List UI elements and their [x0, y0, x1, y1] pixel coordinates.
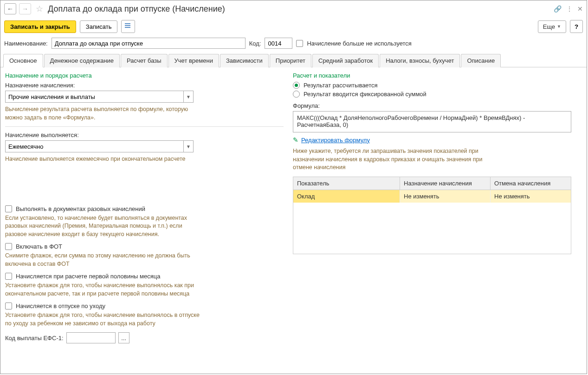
code-input[interactable]	[265, 38, 292, 49]
save-and-close-button[interactable]: Записать и закрыть	[4, 20, 76, 33]
tab-money[interactable]: Денежное содержание	[44, 54, 120, 67]
section-calc: Расчет и показатели	[293, 72, 582, 79]
tab-time[interactable]: Учет времени	[168, 54, 219, 67]
exec-dropdown[interactable]	[5, 140, 183, 152]
cb-leave-label: Начисляется в отпуске по уходу	[16, 303, 105, 309]
indicators-table: Показатель Назначение начисления Отмена …	[293, 177, 571, 254]
cell-indicator: Оклад	[293, 190, 400, 203]
list-button[interactable]	[121, 20, 135, 33]
cb-fot-hint: Снимите флажок, если сумма по этому начи…	[5, 252, 200, 268]
formula-box[interactable]: МАКС(((Оклад * ДоляНеполногоРабочегоВрем…	[293, 111, 571, 132]
efs-picker-button[interactable]: ...	[118, 332, 129, 343]
purpose-dropdown-btn[interactable]: ▼	[183, 91, 194, 103]
cb-onetime[interactable]	[5, 205, 12, 212]
exec-label: Начисление выполняется:	[5, 132, 284, 138]
cb-firsthalf-hint: Установите флажок для того, чтобы начисл…	[5, 282, 200, 298]
th-cancel[interactable]: Отмена начисления	[491, 177, 571, 190]
th-assign[interactable]: Назначение начисления	[400, 177, 491, 190]
cell-cancel: Не изменять	[491, 190, 571, 203]
tab-main[interactable]: Основное	[3, 54, 43, 67]
back-button[interactable]: ←	[4, 3, 16, 14]
cb-leave[interactable]	[5, 303, 12, 309]
tab-tax[interactable]: Налоги, взносы, бухучет	[380, 54, 460, 67]
favorite-icon[interactable]: ☆	[36, 4, 43, 14]
cb-fot-label: Включать в ФОТ	[16, 243, 62, 250]
name-label: Наименование:	[4, 40, 48, 47]
radio-calculated[interactable]	[293, 82, 300, 89]
window-title: Доплата до оклада при отпуске (Начислени…	[48, 4, 551, 14]
table-hint: Ниже укажите, требуется ли запрашивать з…	[293, 147, 488, 172]
purpose-label: Назначение начисления:	[5, 82, 284, 89]
section-purpose: Назначение и порядок расчета	[5, 72, 284, 79]
purpose-hint: Вычисление результата расчета выполняетс…	[5, 105, 191, 122]
radio-fixed-label: Результат вводится фиксированной суммой	[304, 91, 426, 98]
efs-label: Код выплаты ЕФС-1:	[5, 335, 64, 342]
exec-dropdown-btn[interactable]: ▼	[183, 140, 194, 152]
forward-button[interactable]: →	[19, 3, 31, 14]
save-button[interactable]: Записать	[80, 20, 118, 33]
cb-onetime-label: Выполнять в документах разовых начислени…	[16, 205, 145, 212]
pencil-icon: ✎	[293, 136, 298, 144]
menu-icon[interactable]: ⋮	[566, 5, 573, 13]
tab-deps[interactable]: Зависимости	[220, 54, 269, 67]
name-input[interactable]	[52, 38, 246, 49]
formula-label: Формула:	[293, 102, 582, 109]
cb-firsthalf[interactable]	[5, 273, 12, 280]
link-icon[interactable]: 🔗	[554, 5, 562, 13]
tab-priority[interactable]: Приоритет	[270, 54, 311, 67]
exec-hint: Начисление выполняется ежемесячно при ок…	[5, 155, 284, 164]
cb-firsthalf-label: Начисляется при расчете первой половины …	[16, 273, 160, 280]
close-icon[interactable]: ✕	[577, 5, 583, 13]
cell-assign: Не изменять	[400, 190, 491, 203]
cb-fot[interactable]	[5, 243, 12, 250]
list-icon	[125, 23, 131, 30]
cb-onetime-hint: Если установлено, то начисление будет вы…	[5, 214, 200, 239]
efs-input[interactable]	[66, 332, 116, 343]
edit-formula-link[interactable]: Редактировать формулу	[301, 137, 370, 144]
table-row[interactable]: Оклад Не изменять Не изменять	[293, 190, 571, 203]
cb-leave-hint: Установите флажок для того, чтобы начисл…	[5, 311, 200, 328]
purpose-dropdown[interactable]	[5, 91, 183, 103]
more-button[interactable]: Еще▼	[538, 20, 566, 33]
radio-calculated-label: Результат рассчитывается	[304, 82, 378, 89]
code-label: Код:	[249, 40, 261, 47]
help-button[interactable]: ?	[570, 20, 583, 33]
not-used-label: Начисление больше не используется	[307, 40, 411, 47]
th-indicator[interactable]: Показатель	[293, 177, 400, 190]
tab-desc[interactable]: Описание	[461, 54, 501, 67]
radio-fixed[interactable]	[293, 91, 300, 98]
tab-avg[interactable]: Средний заработок	[312, 54, 379, 67]
not-used-checkbox[interactable]	[296, 40, 303, 47]
tabs-bar: Основное Денежное содержание Расчет базы…	[0, 53, 587, 67]
tab-base[interactable]: Расчет базы	[121, 54, 168, 67]
